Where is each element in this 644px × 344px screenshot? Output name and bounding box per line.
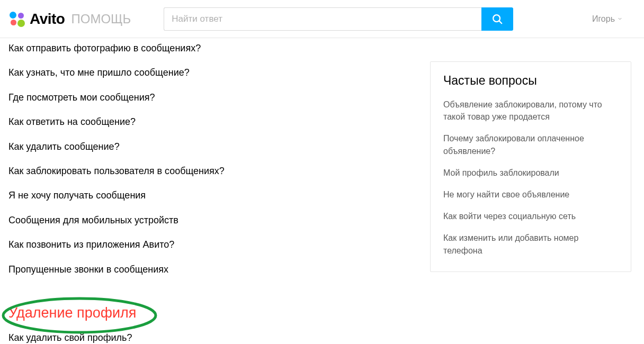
- search-bar: [164, 7, 513, 31]
- question-link[interactable]: Где посмотреть мои сообщения?: [8, 92, 411, 104]
- question-link[interactable]: Как отправить фотографию в сообщениях?: [8, 42, 411, 55]
- user-menu[interactable]: Игорь: [592, 14, 636, 24]
- header: Avito ПОМОЩЬ Игорь: [0, 0, 644, 38]
- search-button[interactable]: [481, 7, 513, 31]
- question-link[interactable]: Как удалить сообщение?: [8, 141, 411, 153]
- sidebar-title: Частые вопросы: [443, 74, 618, 88]
- chevron-down-icon: [617, 16, 623, 22]
- faq-link[interactable]: Объявление заблокировали, потому что так…: [443, 98, 618, 123]
- user-name: Игорь: [592, 14, 615, 24]
- brand-subtitle: ПОМОЩЬ: [71, 12, 131, 26]
- question-link[interactable]: Как позвонить из приложения Авито?: [8, 239, 411, 251]
- logo[interactable]: Avito ПОМОЩЬ: [8, 11, 131, 28]
- question-link[interactable]: Как ответить на сообщение?: [8, 116, 411, 128]
- search-icon: [491, 13, 503, 25]
- search-input[interactable]: [164, 7, 481, 31]
- question-link[interactable]: Как заблокировать пользователя в сообщен…: [8, 165, 411, 177]
- question-link[interactable]: Сообщения для мобильных устройств: [8, 214, 411, 227]
- question-link[interactable]: Как удалить свой профиль?: [8, 332, 411, 344]
- faq-link[interactable]: Мой профиль заблокировали: [443, 167, 618, 179]
- faq-link[interactable]: Не могу найти свое объявление: [443, 188, 618, 201]
- brand-name: Avito: [30, 11, 65, 28]
- question-link[interactable]: Пропущенные звонки в сообщениях: [8, 264, 411, 276]
- highlighted-section: Удаление профиля: [8, 305, 136, 321]
- section-title[interactable]: Удаление профиля: [8, 305, 136, 321]
- faq-link[interactable]: Почему заблокировали оплаченное объявлен…: [443, 132, 618, 157]
- faq-link[interactable]: Как изменить или добавить номер телефона: [443, 232, 618, 256]
- faq-link[interactable]: Как войти через социальную сеть: [443, 210, 618, 222]
- logo-icon: [8, 11, 25, 28]
- content: Как отправить фотографию в сообщениях? К…: [0, 38, 644, 344]
- main-column: Как отправить фотографию в сообщениях? К…: [8, 42, 411, 344]
- faq-sidebar: Частые вопросы Объявление заблокировали,…: [430, 61, 631, 272]
- svg-line-1: [499, 21, 502, 23]
- question-link[interactable]: Как узнать, что мне пришло сообщение?: [8, 67, 411, 79]
- question-link[interactable]: Я не хочу получать сообщения: [8, 189, 411, 202]
